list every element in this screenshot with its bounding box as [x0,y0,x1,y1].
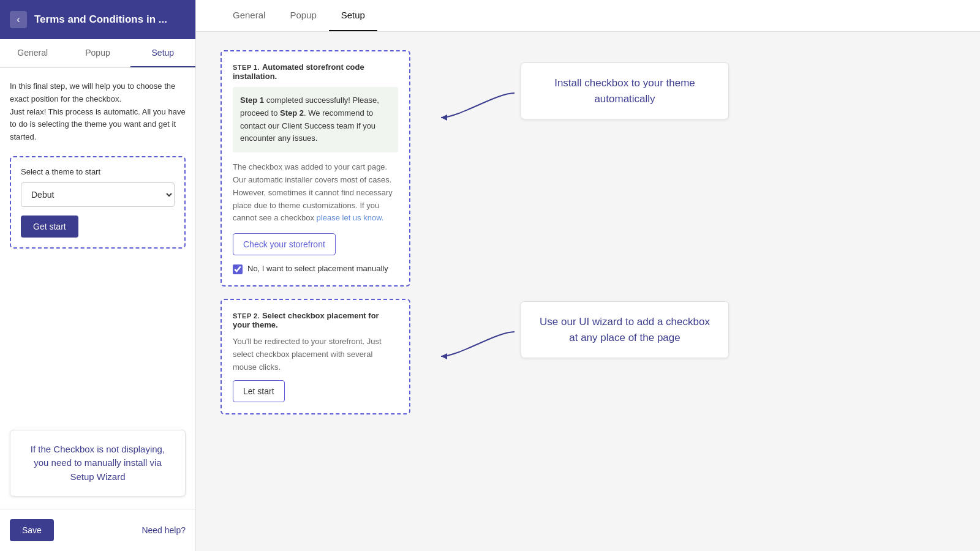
sidebar-header: ‹ Terms and Conditions in ... [0,0,195,39]
step1-num: STEP 1. [233,64,260,71]
svg-marker-0 [441,114,447,121]
main-tabs: General Popup Setup [196,0,980,32]
sidebar-callout-box: If the Checkbox is not displaying, you n… [10,430,186,497]
sidebar-tab-general[interactable]: General [0,39,65,67]
callout1-wrapper: Install checkbox to your theme automatic… [435,62,956,130]
sidebar-title: Terms and Conditions in ... [34,13,167,26]
callout1-box: Install checkbox to your theme automatic… [521,62,729,119]
please-let-us-know-link[interactable]: please let us know. [317,213,384,222]
step1-heading: STEP 1. Automated storefront code instal… [233,62,398,81]
callout2-arrow [435,320,521,369]
callout2-wrapper: Use our UI wizard to add a checkbox at a… [435,301,956,369]
steps-column: STEP 1. Automated storefront code instal… [221,50,410,414]
callout2-text: Use our UI wizard to add a checkbox at a… [536,314,714,345]
step1-success-strong: Step 1 [240,96,264,105]
theme-select-dropdown[interactable]: Debut [21,182,175,207]
sidebar-description: In this final step, we will help you to … [10,80,186,144]
main-tab-setup[interactable]: Setup [329,0,377,31]
step2-heading: STEP 2. Select checkbox placement for yo… [233,311,398,329]
step1-box: STEP 1. Automated storefront code instal… [221,50,410,287]
main-tab-popup[interactable]: Popup [277,0,328,31]
theme-select-box: Select a theme to start Debut Get start [10,156,186,249]
callout1-arrow [435,81,521,130]
sidebar: ‹ Terms and Conditions in ... General Po… [0,0,196,551]
step1-body-text: The checkbox was added to your cart page… [233,161,398,225]
sidebar-footer: Save Need help? [0,509,195,551]
callout2-box: Use our UI wizard to add a checkbox at a… [521,301,729,358]
theme-select-label: Select a theme to start [21,167,175,176]
callouts-column: Install checkbox to your theme automatic… [435,50,956,369]
sidebar-tab-popup[interactable]: Popup [65,39,130,67]
check-storefront-button[interactable]: Check your storefront [233,233,336,255]
step2-body-text: You'll be redirected to your storefront.… [233,335,398,373]
save-button[interactable]: Save [10,519,54,541]
manual-placement-label: No, I want to select placement manually [247,264,388,273]
main-body: STEP 1. Automated storefront code instal… [196,32,980,433]
step2-box: STEP 2. Select checkbox placement for yo… [221,299,410,414]
sidebar-tab-setup[interactable]: Setup [130,39,195,67]
sidebar-content: In this final step, we will help you to … [0,68,195,430]
svg-marker-1 [441,353,447,359]
let-start-button[interactable]: Let start [233,380,285,402]
manual-placement-row: No, I want to select placement manually [233,264,398,274]
step1-success-box: Step 1 completed successfully! Please, p… [233,87,398,152]
back-button[interactable]: ‹ [10,11,27,28]
manual-placement-checkbox[interactable] [233,264,243,274]
step2-num: STEP 2. [233,312,260,320]
back-icon: ‹ [17,14,20,25]
main-tab-general[interactable]: General [221,0,277,31]
callout1-text: Install checkbox to your theme automatic… [536,75,714,107]
sidebar-tabs: General Popup Setup [0,39,195,68]
main-content: General Popup Setup STEP 1. Automated st… [196,0,980,551]
step1-step2-ref: Step 2 [280,108,304,118]
sidebar-callout-text: If the Checkbox is not displaying, you n… [23,443,173,484]
get-start-button[interactable]: Get start [21,216,78,238]
need-help-link[interactable]: Need help? [141,525,186,535]
